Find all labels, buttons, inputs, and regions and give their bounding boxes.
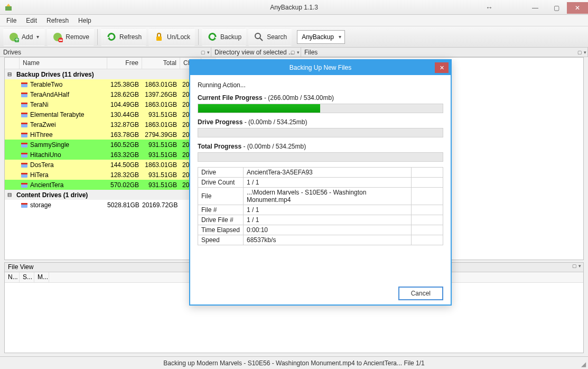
drive-free: 128.62GB xyxy=(107,91,142,98)
drive-row[interactable]: HiThree163.78GB2794.39GB2014 xyxy=(5,130,216,140)
fv-col-m[interactable]: M... xyxy=(34,272,49,282)
fileview-title: File View xyxy=(8,263,33,271)
panel-menu-icon[interactable]: ▢ ▾ xyxy=(201,50,210,55)
panel-header-dirview[interactable]: Directory view of selected ... ▢ ▾ xyxy=(211,48,301,57)
scope-combo-text: AnyBackup xyxy=(302,33,334,41)
drive-free: 125.38GB xyxy=(107,81,142,88)
drive-name: SammySingle xyxy=(29,141,107,149)
svg-rect-17 xyxy=(21,113,27,114)
progress-info-table: DriveAncientTera-3A5EFA93 Drive Count1 /… xyxy=(198,167,443,245)
maximize-button[interactable]: ▢ xyxy=(546,2,567,14)
fv-col-n[interactable]: N... xyxy=(5,272,20,282)
group-content-drives[interactable]: ⊟Content Drives (1 drive) xyxy=(5,190,216,200)
col-free[interactable]: Free xyxy=(107,58,142,69)
drive-icon xyxy=(20,81,29,88)
dialog-title: Backing Up New Files xyxy=(290,64,351,71)
remove-label: Remove xyxy=(66,33,89,41)
svg-rect-7 xyxy=(156,36,162,41)
drive-row[interactable]: Elemental Terabyte130.44GB931.51GB2014 xyxy=(5,109,216,119)
svg-rect-11 xyxy=(21,82,27,84)
remove-button[interactable]: Remove xyxy=(47,28,94,46)
backup-button[interactable]: Backup xyxy=(202,28,246,46)
panel-menu-icon[interactable]: ▢ ▾ xyxy=(572,263,581,269)
drive-row[interactable]: TerableTwo125.38GB1863.01GB2014 xyxy=(5,79,216,89)
table-row: Speed68537kb/s xyxy=(198,235,443,245)
unlock-button[interactable]: Un/Lock xyxy=(148,28,195,46)
drive-name: AncientTera xyxy=(29,181,107,189)
drive-row[interactable]: AncientTera570.02GB931.51GB2014 xyxy=(5,180,216,190)
drive-icon xyxy=(20,161,29,169)
drive-row[interactable]: SammySingle160.52GB931.51GB2014 xyxy=(5,140,216,150)
svg-rect-6 xyxy=(59,40,62,41)
col-name[interactable]: Name xyxy=(20,58,107,69)
col-total[interactable]: Total xyxy=(142,58,180,69)
running-action-text: Running Action... xyxy=(198,81,443,89)
minimize-button[interactable]: — xyxy=(525,2,546,14)
group-label: Backup Drives (11 drives) xyxy=(14,71,94,78)
close-button[interactable]: ✕ xyxy=(567,2,588,14)
refresh-button[interactable]: Refresh xyxy=(101,28,146,46)
fv-col-s[interactable]: S... xyxy=(20,272,34,282)
drive-row[interactable]: HitachiUno163.32GB931.51GB2014 xyxy=(5,150,216,160)
drive-total: 931.51GB xyxy=(142,141,180,149)
drive-name: Elemental Terabyte xyxy=(29,111,107,118)
drive-icon xyxy=(20,101,29,108)
drive-row[interactable]: storage5028.81GB20169.72GB xyxy=(5,200,216,210)
drives-column-headers: Name Free Total Chk... xyxy=(5,58,216,69)
drive-free: 160.52GB xyxy=(107,141,142,149)
menu-file[interactable]: File xyxy=(2,16,21,25)
window-title: AnyBackup 1.1.3 xyxy=(0,4,588,11)
svg-rect-21 xyxy=(21,133,27,134)
chevron-down-icon: ▾ xyxy=(35,34,40,40)
scope-combo[interactable]: AnyBackup xyxy=(297,30,345,44)
svg-rect-25 xyxy=(21,153,27,154)
drive-progress-label: Drive Progress - (0.00mb / 534.25mb) xyxy=(198,118,443,126)
drive-icon xyxy=(20,201,29,209)
svg-rect-0 xyxy=(5,6,12,11)
drive-row[interactable]: DosTera144.50GB1863.01GB2014 xyxy=(5,160,216,170)
panel-menu-icon[interactable]: ▢ ▾ xyxy=(577,50,586,55)
menubar: File Edit Refresh Help xyxy=(0,15,588,26)
drive-total: 931.51GB xyxy=(142,171,180,179)
svg-rect-15 xyxy=(21,103,27,104)
status-text: Backing up Modern Marvels - S10E56 - Was… xyxy=(163,359,424,367)
drive-row[interactable]: HiTera128.32GB931.51GB2014 xyxy=(5,170,216,180)
drive-row[interactable]: TeraZwei132.87GB1863.01GB2014 xyxy=(5,119,216,130)
group-label: Content Drives (1 drive) xyxy=(14,191,88,199)
app-icon xyxy=(2,1,15,14)
panel-header-drives[interactable]: Drives ▢ ▾ xyxy=(0,48,211,57)
drive-icon xyxy=(20,151,29,159)
separator xyxy=(97,29,98,45)
drives-tree[interactable]: ⊟Backup Drives (11 drives)TerableTwo125.… xyxy=(5,69,216,260)
drive-row[interactable]: TeraNi104.49GB1863.01GB2014 xyxy=(5,99,216,109)
drive-free: 132.87GB xyxy=(107,121,142,128)
group-backup-drives[interactable]: ⊟Backup Drives (11 drives) xyxy=(5,69,216,79)
drive-icon xyxy=(20,111,29,118)
drive-progress-bar xyxy=(198,128,443,137)
panel-headers: Drives ▢ ▾ Directory view of selected ..… xyxy=(0,48,588,57)
add-icon: + xyxy=(8,31,20,43)
cancel-button[interactable]: Cancel xyxy=(398,287,443,300)
drive-free: 130.44GB xyxy=(107,111,142,118)
drive-free: 128.32GB xyxy=(107,171,142,179)
search-button[interactable]: Search xyxy=(248,28,292,46)
menu-refresh[interactable]: Refresh xyxy=(42,16,73,25)
panel-menu-icon[interactable]: ▢ ▾ xyxy=(291,50,300,55)
col-tree[interactable] xyxy=(5,58,20,69)
drive-icon xyxy=(20,171,29,179)
dialog-close-button[interactable]: ✕ xyxy=(435,62,449,73)
panel-header-drives-label: Drives xyxy=(3,49,21,56)
panel-header-files[interactable]: Files ▢ ▾ xyxy=(301,48,588,57)
drive-row[interactable]: TeraAndAHalf128.62GB1397.26GB2014 xyxy=(5,89,216,99)
expander-icon[interactable]: ⊟ xyxy=(5,71,14,77)
add-button[interactable]: + Add ▾ xyxy=(3,28,45,46)
drive-total: 2794.39GB xyxy=(142,131,180,139)
expander-icon[interactable]: ⊟ xyxy=(5,192,14,198)
svg-point-8 xyxy=(255,33,260,39)
resize-grip-icon[interactable]: ◢ xyxy=(581,361,586,368)
dialog-titlebar[interactable]: Backing Up New Files ✕ xyxy=(190,60,451,75)
menu-edit[interactable]: Edit xyxy=(22,16,41,25)
svg-rect-29 xyxy=(21,173,27,174)
menu-help[interactable]: Help xyxy=(74,16,96,25)
backup-icon xyxy=(207,31,218,43)
